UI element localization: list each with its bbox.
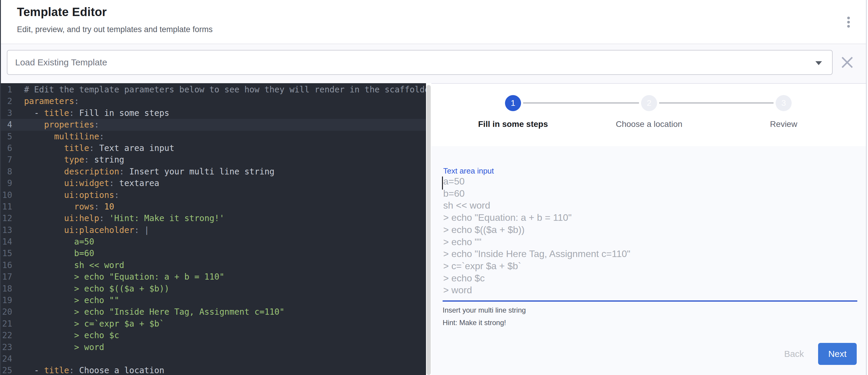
textarea-placeholder-line: > echo $c	[443, 272, 485, 284]
line-number: 6	[1, 142, 18, 154]
step-label: Fill in some steps	[448, 120, 578, 129]
template-loader-section: Load Existing Template	[1, 45, 866, 83]
editor-line: 24	[1, 353, 426, 365]
line-number: 10	[1, 189, 18, 201]
step-connector-line	[523, 102, 639, 103]
editor-line: 23 > word	[1, 341, 426, 353]
line-number: 9	[1, 178, 18, 189]
textarea-placeholder-line: > echo "Inside Here Tag, Assignment c=11…	[443, 248, 630, 260]
step-label: Review	[718, 120, 849, 129]
editor-line: 18 > echo $(($a + $b))	[1, 283, 426, 294]
editor-line: 25 - title: Choose a location	[1, 365, 426, 375]
editor-line: 5 multiline:	[1, 131, 426, 142]
header: Template Editor Edit, preview, and try o…	[1, 0, 866, 44]
editor-line: 2parameters:	[1, 95, 426, 107]
editor-line: 22 > echo $c	[1, 330, 426, 341]
textarea-focus-underline	[443, 301, 857, 302]
textarea-placeholder-line: > echo "Equation: a + b = 110"	[443, 212, 571, 223]
field-description: Insert your multi line string	[443, 306, 526, 314]
editor-line: 10 ui:options:	[1, 189, 426, 201]
textarea-placeholder-line: b=60	[443, 187, 465, 199]
line-number: 19	[1, 294, 18, 306]
editor-line: 14 a=50	[1, 236, 426, 248]
line-number: 17	[1, 271, 18, 283]
template-editor-page: Template Editor Edit, preview, and try o…	[0, 0, 868, 375]
line-number: 2	[1, 95, 18, 107]
yaml-code-editor[interactable]: 1# Edit the template parameters below to…	[1, 83, 426, 375]
editor-line: 4 properties:	[1, 119, 426, 130]
line-number: 11	[1, 201, 18, 213]
editor-scrollbar	[426, 83, 431, 375]
line-number: 1	[1, 84, 18, 95]
page-subtitle: Edit, preview, and try out templates and…	[17, 25, 213, 34]
textarea-placeholder-line: > c=`expr $a + $b`	[443, 260, 521, 272]
textarea-placeholder-line: > word	[443, 284, 472, 296]
line-number: 13	[1, 224, 18, 236]
line-number: 18	[1, 283, 18, 294]
line-number: 3	[1, 107, 18, 119]
step-label: Choose a location	[584, 120, 714, 129]
more-options-icon[interactable]	[844, 14, 853, 32]
textarea-field-label: Text area input	[443, 166, 494, 176]
line-number: 25	[1, 365, 18, 375]
textarea-placeholder-line: > echo $(($a + $b))	[443, 224, 525, 236]
step-indicator-3: 3	[776, 95, 792, 111]
editor-scrollbar-thumb[interactable]	[427, 85, 431, 375]
field-help-text: Hint: Make it strong!	[443, 318, 506, 327]
next-button[interactable]: Next	[818, 343, 857, 365]
editor-line: 3 - title: Fill in some steps	[1, 107, 426, 119]
back-button[interactable]: Back	[772, 345, 816, 363]
line-number: 16	[1, 259, 18, 271]
step-indicator-1: 1	[505, 95, 521, 111]
line-number: 8	[1, 166, 18, 178]
line-number: 24	[1, 353, 18, 365]
editor-line: 19 > echo ""	[1, 294, 426, 306]
line-number: 7	[1, 154, 18, 165]
form-preview-panel: 1Fill in some steps2Choose a location3Re…	[431, 83, 866, 375]
line-number: 12	[1, 213, 18, 224]
load-existing-template-select[interactable]: Load Existing Template	[7, 50, 833, 75]
editor-line: 8 description: Insert your multi line st…	[1, 166, 426, 178]
editor-line: 11 rows: 10	[1, 201, 426, 213]
textarea-placeholder-line: sh << word	[443, 199, 490, 211]
close-icon[interactable]	[840, 55, 855, 70]
line-number: 22	[1, 330, 18, 341]
editor-line: 17 > echo "Equation: a + b = 110"	[1, 271, 426, 283]
line-number: 21	[1, 318, 18, 330]
right-edge-divider	[866, 0, 867, 375]
editor-line: 15 b=60	[1, 248, 426, 259]
editor-line: 6 title: Text area input	[1, 142, 426, 154]
line-number: 15	[1, 248, 18, 259]
textarea-placeholder-line: a=50	[443, 175, 465, 187]
editor-line: 9 ui:widget: textarea	[1, 178, 426, 189]
editor-line: 16 sh << word	[1, 259, 426, 271]
caret-down-icon	[815, 61, 822, 65]
line-number: 5	[1, 131, 18, 142]
select-placeholder: Load Existing Template	[15, 51, 107, 74]
step-indicator-2: 2	[641, 95, 657, 111]
line-number: 20	[1, 306, 18, 318]
line-number: 23	[1, 341, 18, 353]
textarea-placeholder-line: > echo ""	[443, 236, 482, 248]
editor-line: 13 ui:placeholder: |	[1, 224, 426, 236]
line-number: 4	[1, 119, 18, 130]
editor-line: 1# Edit the template parameters below to…	[1, 84, 426, 95]
step-connector-line	[659, 102, 774, 103]
editor-line: 20 > echo "Inside Here Tag, Assignment c…	[1, 306, 426, 318]
editor-line: 21 > c=`expr $a + $b`	[1, 318, 426, 330]
editor-line: 7 type: string	[1, 154, 426, 165]
textarea-input[interactable]: a=50b=60sh << word> echo "Equation: a + …	[442, 175, 858, 300]
text-cursor	[442, 177, 443, 190]
line-number: 14	[1, 236, 18, 248]
page-title: Template Editor	[17, 5, 106, 19]
editor-line: 12 ui:help: 'Hint: Make it strong!'	[1, 213, 426, 224]
